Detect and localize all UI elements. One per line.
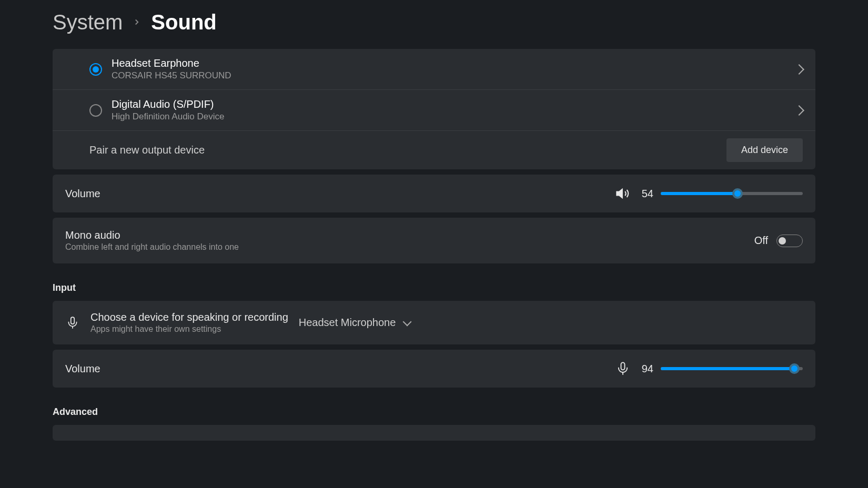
svg-rect-3	[621, 362, 625, 370]
mono-audio-toggle[interactable]	[776, 235, 803, 247]
input-volume-label: Volume	[65, 363, 615, 375]
device-sub: CORSAIR HS45 SURROUND	[112, 70, 795, 81]
input-volume-slider[interactable]	[661, 367, 803, 370]
device-sub: High Definition Audio Device	[112, 111, 795, 122]
add-device-button[interactable]: Add device	[726, 138, 803, 162]
chevron-down-icon[interactable]	[403, 317, 412, 326]
svg-marker-0	[617, 189, 622, 198]
slider-fill	[661, 367, 794, 370]
slider-thumb[interactable]	[732, 188, 743, 199]
radio-unselected-icon[interactable]	[89, 104, 102, 117]
slider-fill	[661, 192, 738, 195]
device-name: Headset Earphone	[112, 57, 795, 69]
input-choose-sub: Apps might have their own settings	[90, 324, 288, 334]
chevron-right-icon	[132, 15, 142, 30]
mono-audio-title: Mono audio	[65, 229, 754, 241]
advanced-section-header: Advanced	[53, 406, 815, 418]
input-section-header: Input	[53, 282, 815, 293]
pair-device-label: Pair a new output device	[89, 144, 205, 156]
output-volume-slider[interactable]	[661, 192, 803, 195]
slider-thumb[interactable]	[789, 363, 800, 374]
output-volume-row: Volume 54	[53, 175, 815, 212]
output-volume-label: Volume	[65, 188, 615, 200]
breadcrumb-parent[interactable]: System	[53, 11, 123, 34]
toggle-knob	[779, 237, 786, 245]
breadcrumb-current: Sound	[151, 11, 216, 34]
device-name: Digital Audio (S/PDIF)	[112, 98, 795, 110]
advanced-card[interactable]	[53, 425, 815, 441]
chevron-right-icon[interactable]	[794, 64, 804, 75]
input-volume-row: Volume 94	[53, 350, 815, 388]
mono-toggle-state: Off	[754, 235, 768, 247]
pair-device-row: Pair a new output device Add device	[53, 131, 815, 169]
output-devices-card: Headset Earphone CORSAIR HS45 SURROUND D…	[53, 49, 815, 169]
breadcrumb: System Sound	[53, 11, 815, 34]
input-selected-device: Headset Microphone	[299, 317, 396, 329]
input-volume-value: 94	[638, 363, 653, 375]
microphone-icon[interactable]	[615, 361, 630, 376]
mono-audio-sub: Combine left and right audio channels in…	[65, 242, 754, 252]
microphone-icon	[65, 316, 80, 330]
speaker-icon[interactable]	[615, 186, 630, 201]
input-choose-title: Choose a device for speaking or recordin…	[90, 311, 288, 323]
output-device-row-0[interactable]: Headset Earphone CORSAIR HS45 SURROUND	[53, 49, 815, 90]
output-device-row-1[interactable]: Digital Audio (S/PDIF) High Definition A…	[53, 90, 815, 131]
chevron-right-icon[interactable]	[794, 105, 804, 116]
input-device-selector[interactable]: Choose a device for speaking or recordin…	[53, 301, 815, 344]
output-volume-value: 54	[638, 188, 653, 200]
svg-rect-1	[71, 317, 75, 324]
mono-audio-row: Mono audio Combine left and right audio …	[53, 218, 815, 263]
radio-selected-icon[interactable]	[89, 63, 102, 76]
